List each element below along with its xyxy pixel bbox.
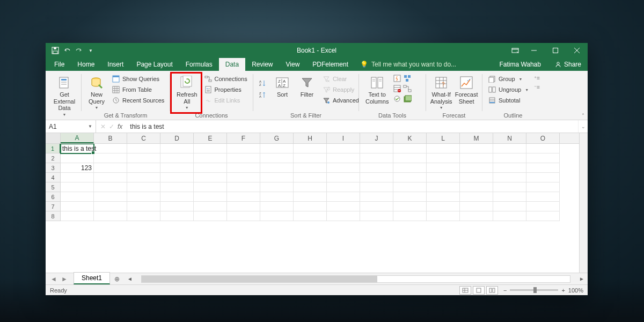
cell[interactable] (127, 173, 160, 182)
cell[interactable] (393, 163, 427, 173)
column-header[interactable]: D (160, 133, 194, 143)
select-all-corner[interactable] (46, 133, 61, 143)
ungroup-button[interactable]: Ungroup▼ (486, 85, 531, 94)
cell[interactable] (294, 173, 327, 182)
subtotal-button[interactable]: Subtotal (486, 96, 531, 105)
cell[interactable] (393, 211, 427, 221)
cell[interactable] (427, 211, 460, 221)
text-to-columns-button[interactable]: Text to Columns (362, 74, 392, 106)
show-detail-icon[interactable]: ⁺≡ (534, 75, 540, 81)
cell[interactable] (493, 202, 526, 211)
cell[interactable] (127, 163, 160, 173)
cell[interactable] (194, 202, 227, 211)
column-header[interactable]: G (260, 133, 294, 143)
cell[interactable] (160, 211, 194, 221)
cell[interactable] (227, 211, 260, 221)
tab-page-layout[interactable]: Page Layout (130, 58, 179, 71)
cell[interactable] (160, 153, 194, 163)
relationships-icon[interactable] (403, 84, 412, 93)
cell[interactable] (194, 182, 227, 192)
row-header[interactable]: 6 (46, 192, 61, 202)
cell[interactable] (526, 163, 560, 173)
undo-icon[interactable] (63, 46, 71, 55)
cell[interactable] (427, 173, 460, 182)
tab-review[interactable]: Review (245, 58, 279, 71)
column-header[interactable]: O (526, 133, 560, 143)
zoom-slider[interactable] (510, 289, 558, 291)
column-header[interactable]: B (94, 133, 127, 143)
zoom-control[interactable]: − + 100% (503, 287, 583, 294)
cell[interactable] (493, 182, 526, 192)
sort-za-button[interactable]: ZA (257, 90, 269, 100)
cell[interactable]: 123 (61, 163, 94, 173)
cell[interactable] (260, 163, 294, 173)
hide-detail-icon[interactable]: ⁻≡ (534, 84, 540, 90)
cell[interactable] (526, 192, 560, 202)
cell[interactable] (61, 211, 94, 221)
cell[interactable] (327, 182, 360, 192)
maximize-button[interactable] (545, 43, 566, 58)
cell[interactable] (393, 173, 427, 182)
cell[interactable] (94, 202, 127, 211)
cell[interactable] (94, 163, 127, 173)
new-query-button[interactable]: New Query ▼ (85, 74, 108, 111)
cell[interactable] (327, 163, 360, 173)
tab-insert[interactable]: Insert (101, 58, 130, 71)
cell[interactable] (393, 144, 427, 153)
cell[interactable] (61, 173, 94, 182)
cell[interactable] (526, 144, 560, 153)
cell[interactable] (227, 163, 260, 173)
row-header[interactable]: 8 (46, 211, 61, 221)
cell[interactable] (94, 144, 127, 153)
cell[interactable] (360, 153, 393, 163)
column-header[interactable]: L (427, 133, 460, 143)
cell[interactable] (460, 144, 493, 153)
cell[interactable] (94, 153, 127, 163)
column-header[interactable]: C (127, 133, 160, 143)
cell[interactable] (427, 192, 460, 202)
cell[interactable] (493, 173, 526, 182)
cell[interactable] (526, 182, 560, 192)
share-button[interactable]: Share (548, 58, 588, 71)
cell[interactable] (327, 173, 360, 182)
cell[interactable] (260, 182, 294, 192)
row-header[interactable]: 2 (46, 153, 61, 163)
cell[interactable] (360, 202, 393, 211)
cell[interactable] (327, 211, 360, 221)
refresh-all-button[interactable]: Refresh All ▼ (173, 74, 201, 111)
expand-formula-bar-icon[interactable]: ⌄ (578, 120, 588, 133)
cell[interactable] (327, 144, 360, 153)
cell[interactable] (493, 211, 526, 221)
manage-data-model-icon[interactable] (403, 94, 412, 103)
tab-view[interactable]: View (280, 58, 306, 71)
cell[interactable] (127, 202, 160, 211)
normal-view-button[interactable] (459, 286, 471, 295)
cell[interactable] (94, 211, 127, 221)
cell[interactable] (427, 202, 460, 211)
tab-home[interactable]: Home (71, 58, 101, 71)
tab-pdfelement[interactable]: PDFelement (306, 58, 355, 71)
cell[interactable] (160, 182, 194, 192)
qat-customize-icon[interactable]: ▼ (86, 46, 95, 55)
row-header[interactable]: 3 (46, 163, 61, 173)
cell[interactable] (227, 173, 260, 182)
cell[interactable]: this is a test (61, 144, 94, 153)
account-name[interactable]: Fatima Wahab (492, 58, 548, 71)
show-queries-button[interactable]: Show Queries (109, 74, 166, 84)
recent-sources-button[interactable]: Recent Sources (109, 96, 166, 105)
cell[interactable] (160, 202, 194, 211)
cell[interactable] (227, 192, 260, 202)
cell[interactable] (260, 211, 294, 221)
data-validation-icon[interactable] (393, 94, 401, 103)
cell[interactable] (360, 182, 393, 192)
cell[interactable] (393, 202, 427, 211)
cell[interactable] (94, 173, 127, 182)
cell[interactable] (294, 182, 327, 192)
cell[interactable] (294, 211, 327, 221)
page-break-view-button[interactable] (486, 286, 498, 295)
name-box[interactable]: A1 ▼ (46, 120, 96, 133)
cell[interactable] (127, 182, 160, 192)
horizontal-scrollbar[interactable]: ◄ ► (124, 273, 588, 284)
column-header[interactable]: I (327, 133, 360, 143)
cell[interactable] (427, 153, 460, 163)
